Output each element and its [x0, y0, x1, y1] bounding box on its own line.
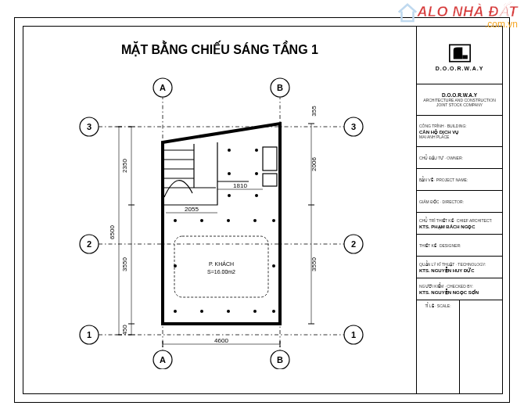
svg-point-25: [227, 310, 230, 313]
grid-bubble-2r: 2: [351, 239, 356, 249]
grid-bubble-b-top: B: [277, 83, 283, 92]
dim-w-total: 4600: [214, 337, 228, 344]
dim-2350: 2350: [121, 159, 128, 173]
stair-partition: [163, 142, 217, 205]
svg-point-20: [272, 219, 275, 222]
svg-point-29: [255, 149, 258, 152]
dim-2006: 2006: [310, 157, 318, 171]
grid-bubble-3r: 3: [351, 122, 356, 131]
dim-2055: 2055: [185, 206, 199, 213]
grid-bubble-1r: 1: [351, 330, 356, 339]
svg-point-21: [174, 264, 177, 267]
brand-name: D.O.O.R.W.A.Y: [419, 66, 500, 71]
dim-355: 355: [310, 106, 318, 117]
architect-cell: CHỦ TRÌ THIẾT KẾ · CHIEF ARCHITECT: KTS.…: [417, 213, 502, 235]
svg-point-19: [253, 219, 257, 222]
dim-450: 450: [121, 325, 128, 336]
dim-1810: 1810: [233, 182, 247, 189]
svg-point-30: [228, 172, 231, 175]
grid-bubble-a-top: A: [160, 83, 166, 92]
svg-point-32: [228, 194, 231, 197]
drawing-title: MẶT BẰNG CHIẾU SÁNG TẦNG 1: [23, 42, 416, 57]
project-cell: CÔNG TRÌNH · BUILDING: CĂN HỘ DỊCH VỤ MA…: [417, 116, 502, 147]
appliance: [263, 174, 277, 186]
svg-point-22: [272, 264, 275, 267]
svg-point-28: [228, 149, 231, 152]
sheet-outer: MẶT BẰNG CHIẾU SÁNG TẦNG 1 A B A B 3 2 1: [14, 17, 510, 403]
drawing-area: MẶT BẰNG CHIẾU SÁNG TẦNG 1 A B A B 3 2 1: [23, 26, 417, 394]
svg-point-24: [200, 310, 203, 313]
room-label-pkhach: P. KHÁCH: [209, 260, 234, 267]
grid-bubble-2l: 2: [87, 239, 92, 249]
scale-cell: TỈ LỆ · SCALE:: [417, 300, 502, 393]
pkhach-zone: [174, 236, 268, 297]
designer-cell: THIẾT KẾ · DESIGNER:: [417, 235, 502, 257]
brand-sub-cell: D.O.O.R.W.A.Y ARCHITECTURE AND CONSTRUCT…: [417, 84, 502, 116]
svg-point-18: [227, 219, 230, 222]
room-area-pkhach: S=16.00m2: [207, 269, 235, 275]
grid-bubble-1l: 1: [87, 330, 92, 339]
svg-point-23: [174, 310, 177, 313]
title-block: D.O.O.R.W.A.Y D.O.O.R.W.A.Y ARCHITECTURE…: [417, 26, 503, 394]
floor-plan: A B A B 3 2 1 3 2 1: [61, 72, 366, 369]
grid-bubble-a-bot: A: [160, 355, 166, 364]
svg-point-33: [255, 194, 258, 197]
doorway-logo-icon: [447, 42, 473, 64]
dim-3550r: 3550: [310, 257, 318, 271]
svg-point-26: [253, 310, 257, 313]
tech-cell: QUẢN LÝ KĨ THUẬT · TECHNOLOGY: KTS. NGUY…: [417, 257, 502, 278]
dim-3550l: 3550: [121, 257, 128, 271]
grid-bubble-3l: 3: [87, 122, 92, 131]
svg-rect-52: [462, 55, 468, 59]
ceiling-lights: [174, 149, 275, 313]
director-cell: GIÁM ĐỐC · DIRECTOR:: [417, 191, 502, 213]
staircase: [164, 144, 216, 197]
counter: [263, 147, 277, 171]
svg-point-16: [174, 219, 177, 222]
drawing-name-cell: BẢN VẼ · PROJECT NAME:: [417, 169, 502, 191]
sheet-frame: MẶT BẰNG CHIẾU SÁNG TẦNG 1 A B A B 3 2 1: [23, 26, 503, 394]
svg-point-31: [255, 172, 258, 175]
logo-cell: D.O.O.R.W.A.Y: [417, 27, 502, 84]
check-cell: NGƯỜI KIỂM · CHECKED BY: KTS. NGUYỄN NGỌ…: [417, 278, 502, 300]
svg-point-27: [272, 310, 275, 313]
owner-cell: CHỦ ĐẦU TƯ · OWNER:: [417, 147, 502, 169]
dim-h-total: 6500: [109, 225, 116, 239]
svg-point-17: [200, 219, 203, 222]
grid-bubble-b-bot: B: [277, 355, 283, 364]
